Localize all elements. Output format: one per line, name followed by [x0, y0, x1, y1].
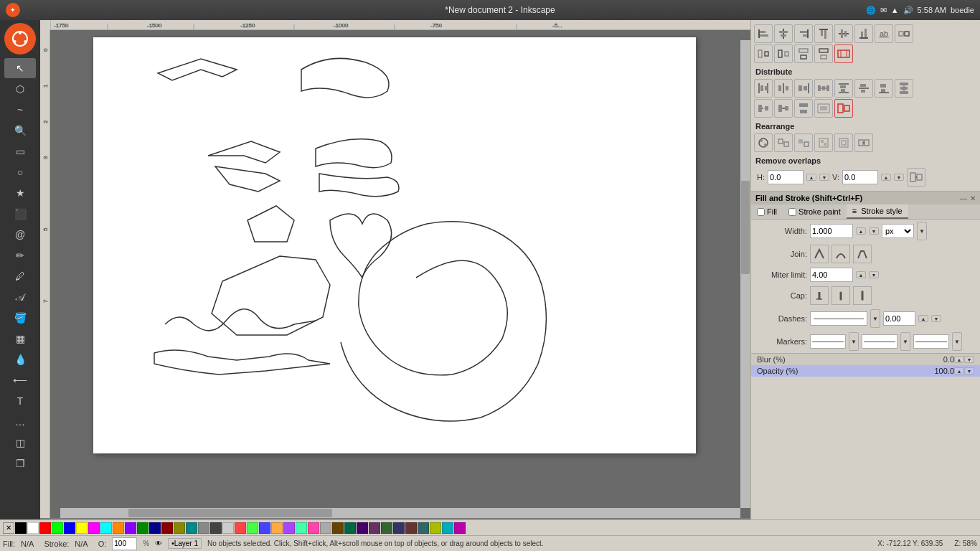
distribute-center-h[interactable] [774, 79, 793, 98]
dashes-selector[interactable] [810, 311, 867, 326]
scrollbar-thumb-h[interactable] [128, 509, 332, 517]
color-swatch[interactable] [137, 522, 149, 534]
stroke-paint-checkbox[interactable] [788, 208, 796, 216]
color-swatch[interactable] [198, 522, 209, 534]
scrollbar-thumb-v[interactable] [741, 181, 750, 274]
distribute-right[interactable] [794, 79, 813, 98]
tab-fill[interactable]: Fill [751, 204, 783, 219]
overlap-v-input[interactable] [842, 170, 878, 184]
tool-eraser[interactable]: ◫ [4, 433, 36, 453]
align-center-v[interactable] [774, 24, 793, 43]
overlap-h-spinner-down[interactable]: ▼ [819, 174, 829, 181]
color-swatch[interactable] [64, 522, 75, 534]
join-miter[interactable] [810, 245, 829, 263]
overlap-v-spinner-down[interactable]: ▼ [894, 174, 904, 181]
rearrange-btn4[interactable] [814, 133, 833, 152]
color-swatch[interactable] [332, 522, 344, 534]
distribute-top[interactable] [834, 79, 853, 98]
color-swatch[interactable] [308, 522, 319, 534]
distribute-gaps-v[interactable] [895, 79, 913, 98]
dashes-down[interactable]: ▼ [931, 315, 941, 322]
overlap-h-spinner-up[interactable]: ▲ [806, 174, 816, 181]
rearrange-btn1[interactable] [754, 133, 773, 152]
color-swatch[interactable] [442, 522, 453, 534]
marker-start-dropdown[interactable]: ▼ [849, 332, 859, 351]
tool-tweak[interactable]: ~ [4, 100, 36, 120]
tool-clone[interactable]: ❐ [4, 453, 36, 474]
distribute-extra1[interactable] [754, 99, 773, 118]
color-swatch[interactable] [418, 522, 429, 534]
color-swatch[interactable] [186, 522, 197, 534]
color-swatch[interactable] [88, 522, 100, 534]
color-swatch[interactable] [259, 522, 270, 534]
tool-pen[interactable]: 🖊 [4, 266, 36, 286]
dashes-offset[interactable] [883, 311, 915, 326]
color-swatch[interactable] [222, 522, 234, 534]
tool-dropper[interactable]: 💧 [4, 349, 36, 369]
marker-end-dropdown[interactable]: ▼ [952, 332, 962, 351]
fill-stroke-close[interactable]: ✕ [970, 194, 976, 202]
color-swatch[interactable] [344, 522, 356, 534]
distribute-center-v[interactable] [854, 79, 873, 98]
color-swatch[interactable] [271, 522, 283, 534]
align-extra3[interactable] [774, 44, 793, 63]
overlap-v-spinner-up[interactable]: ▲ [881, 174, 891, 181]
color-swatch[interactable] [210, 522, 222, 534]
fill-stroke-minimize[interactable]: — [960, 194, 967, 202]
join-bevel[interactable] [853, 245, 872, 263]
tool-calligraphy[interactable]: 𝒜 [4, 287, 36, 307]
align-top-edge[interactable] [814, 24, 833, 43]
cap-butt[interactable] [810, 286, 829, 305]
tool-zoom[interactable]: 🔍 [4, 121, 36, 141]
tool-spray[interactable]: … [4, 412, 36, 432]
tool-text[interactable]: T [4, 391, 36, 411]
miter-input[interactable] [810, 268, 853, 282]
distribute-extra5[interactable] [834, 99, 853, 118]
distribute-extra3[interactable] [794, 99, 813, 118]
miter-spinner-down[interactable]: ▼ [869, 271, 879, 278]
tool-gradient[interactable]: ▦ [4, 329, 36, 349]
align-center-h[interactable] [834, 24, 853, 43]
align-extra4[interactable] [794, 44, 813, 63]
width-unit[interactable]: px mm pt [882, 224, 914, 238]
color-swatch[interactable] [381, 522, 392, 534]
color-swatch[interactable] [454, 522, 466, 534]
align-right-edge[interactable] [794, 24, 813, 43]
tool-select[interactable]: ↖ [4, 58, 36, 78]
align-extra1[interactable] [895, 24, 913, 43]
blur-spinner-down[interactable]: ▼ [964, 356, 974, 363]
tool-3d[interactable]: ⬛ [4, 204, 36, 224]
color-swatch[interactable] [100, 522, 112, 534]
color-swatch[interactable] [161, 522, 173, 534]
opacity-spinner-up[interactable]: ▲ [954, 367, 964, 375]
tool-circle[interactable]: ○ [4, 162, 36, 182]
color-swatch[interactable] [174, 522, 185, 534]
color-swatch[interactable] [430, 522, 441, 534]
color-swatch[interactable] [369, 522, 380, 534]
rearrange-btn5[interactable] [834, 133, 853, 152]
color-swatch[interactable] [113, 522, 124, 534]
opacity-spinner-down[interactable]: ▼ [964, 367, 974, 375]
ubuntu-icon[interactable] [4, 23, 36, 55]
align-extra2[interactable] [754, 44, 773, 63]
align-textbaseline[interactable]: ab [875, 24, 893, 43]
align-left-edge[interactable] [754, 24, 773, 43]
overlap-h-input[interactable] [768, 170, 804, 184]
color-swatch[interactable] [39, 522, 51, 534]
color-swatch[interactable] [125, 522, 136, 534]
dashes-dropdown[interactable]: ▼ [870, 309, 880, 328]
opacity-status-input[interactable] [112, 537, 137, 550]
fill-checkbox[interactable] [757, 208, 765, 216]
width-spinner-up[interactable]: ▲ [856, 227, 866, 235]
distribute-extra4[interactable] [814, 99, 833, 118]
canvas[interactable] [50, 30, 750, 518]
tool-pencil[interactable]: ✏ [4, 245, 36, 265]
color-swatch[interactable] [247, 522, 258, 534]
marker-start[interactable] [810, 334, 846, 349]
color-swatch[interactable] [393, 522, 405, 534]
blur-spinner-up[interactable]: ▲ [954, 356, 964, 363]
tool-spiral[interactable]: @ [4, 225, 36, 245]
marker-mid[interactable] [862, 334, 897, 349]
tool-star[interactable]: ★ [4, 183, 36, 203]
color-swatch[interactable] [320, 522, 331, 534]
